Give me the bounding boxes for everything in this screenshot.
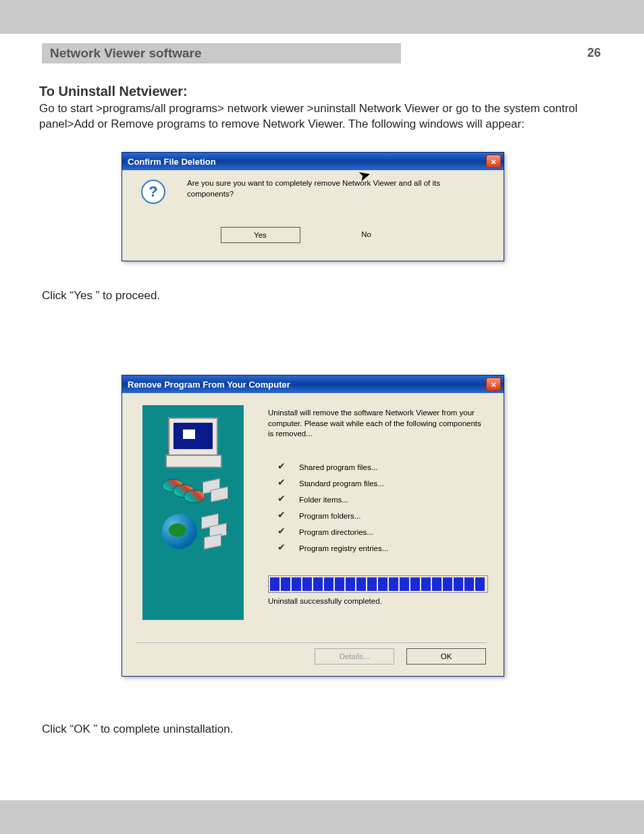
- check-icon: [279, 527, 288, 537]
- header-band: Network Viewer software: [42, 43, 401, 63]
- list-item: Folder items...: [279, 492, 481, 508]
- list-item-label: Folder items...: [299, 496, 348, 504]
- check-icon: [279, 479, 288, 488]
- computer-icon: [163, 417, 223, 468]
- list-item: Program registry entries...: [279, 540, 481, 556]
- confirm-title: Confirm File Deletion: [128, 157, 216, 167]
- remove-titlebar: Remove Program From Your Computer ×: [122, 375, 504, 393]
- check-icon: [279, 511, 288, 521]
- close-button[interactable]: ×: [486, 155, 501, 168]
- confirm-message: Are you sure you want to completely remo…: [187, 178, 484, 199]
- list-item-label: Shared program files...: [299, 463, 377, 471]
- section-title: To Uninstall Netviewer:: [39, 84, 188, 99]
- divider: [136, 642, 487, 643]
- progress-bar: [268, 575, 488, 593]
- list-item-label: Program directories...: [299, 528, 373, 536]
- list-item: Standard program files...: [279, 475, 481, 492]
- close-button[interactable]: ×: [486, 377, 501, 391]
- list-item: Shared program files...: [279, 459, 481, 475]
- remove-description: Uninstall will remove the software Netwo…: [268, 408, 487, 440]
- remove-button-row: Details... OK: [315, 648, 486, 664]
- remove-dialog: Remove Program From Your Computer × Unin…: [122, 375, 504, 677]
- header-title: Network Viewer software: [50, 46, 202, 61]
- list-item-label: Program registry entries...: [299, 544, 388, 552]
- globe-icon: [159, 511, 227, 552]
- list-item-label: Program folders...: [299, 512, 360, 520]
- remove-check-list: Shared program files... Standard program…: [279, 459, 481, 556]
- confirm-dialog: Confirm File Deletion × ➤ ? Are you sure…: [122, 152, 504, 261]
- list-item: Program directories...: [279, 524, 481, 540]
- confirm-titlebar: Confirm File Deletion ×: [122, 153, 504, 170]
- remove-title: Remove Program From Your Computer: [128, 380, 290, 390]
- caption-yes: Click “Yes ” to proceed.: [42, 289, 160, 303]
- remove-status: Uninstall successfully completed.: [268, 597, 382, 605]
- question-icon: ?: [141, 180, 165, 204]
- list-item-label: Standard program files...: [299, 479, 384, 488]
- check-icon: [279, 495, 288, 504]
- ok-button[interactable]: OK: [406, 648, 486, 664]
- details-button: Details...: [315, 648, 394, 664]
- yes-button[interactable]: Yes: [221, 227, 300, 243]
- check-icon: [279, 463, 288, 472]
- caption-ok: Click “OK ” to complete uninstallation.: [42, 723, 233, 736]
- wizard-art-panel: [142, 405, 244, 620]
- section-body: Go to start >programs/all programs> netw…: [39, 101, 606, 132]
- no-button[interactable]: No: [327, 227, 406, 242]
- confirm-button-row: Yes No: [122, 227, 504, 243]
- check-icon: [279, 544, 288, 553]
- page: Network Viewer software 26 To Uninstall …: [0, 34, 644, 800]
- list-item: Program folders...: [279, 508, 481, 524]
- disks-icon: [159, 476, 227, 503]
- page-number: 26: [587, 46, 601, 60]
